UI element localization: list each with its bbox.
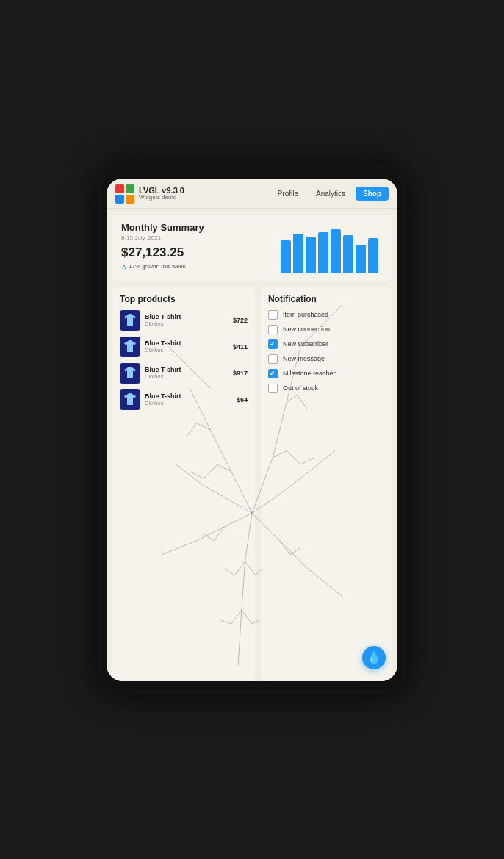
nav-analytics[interactable]: Analytics (309, 187, 353, 201)
chart-bar (293, 234, 303, 273)
product-name: Blue T-shirt (145, 366, 228, 373)
products-title: Top products (120, 294, 248, 304)
notifications-list: Item purchased New connection New subscr… (268, 310, 384, 393)
product-price: $64 (237, 396, 248, 403)
summary-date: 8-15 July, 2021 (121, 234, 276, 241)
product-category: Clothes (145, 373, 228, 380)
product-name: Blue T-shirt (145, 339, 228, 347)
list-item[interactable]: Blue T-shirt Clothes $411 (120, 337, 248, 357)
list-item[interactable]: Blue T-shirt Clothes $917 (120, 363, 248, 384)
product-price: $411 (233, 343, 248, 351)
product-thumbnail (120, 337, 140, 357)
fab-button[interactable]: 💧 (362, 646, 386, 669)
list-item[interactable]: New subscriber (268, 339, 384, 349)
nav-bar: LVGL v9.3.0 Widgets demo Profile Analyti… (107, 179, 397, 209)
product-info: Blue T-shirt Clothes (145, 313, 228, 327)
list-item[interactable]: Blue T-shirt Clothes $64 (120, 389, 248, 410)
summary-section: Monthly Summary 8-15 July, 2021 $27,123.… (112, 215, 392, 281)
notification-checkbox[interactable] (268, 339, 278, 349)
chart-bar (306, 237, 316, 273)
notification-checkbox[interactable] (268, 369, 278, 378)
screen: LVGL v9.3.0 Widgets demo Profile Analyti… (107, 179, 397, 681)
device-frame: LVGL v9.3.0 Widgets demo Profile Analyti… (98, 165, 406, 694)
list-item[interactable]: Blue T-shirt Clothes $722 (120, 310, 248, 331)
growth-text: 17% growth this week (129, 263, 186, 270)
notification-label: New subscriber (283, 340, 328, 348)
product-category: Clothes (145, 320, 228, 327)
summary-left: Monthly Summary 8-15 July, 2021 $27,123.… (121, 222, 276, 270)
product-category: Clothes (145, 347, 228, 353)
products-card: Top products Blue T-shirt Clothes $722 (112, 287, 255, 681)
logo-icon (115, 184, 134, 204)
nav-shop[interactable]: Shop (356, 187, 389, 201)
chart-area (276, 222, 383, 273)
products-list: Blue T-shirt Clothes $722 Blue T-shirt C… (120, 310, 248, 410)
notification-label: New connection (283, 326, 330, 333)
app-subtitle: Widgets demo (139, 195, 184, 201)
product-info: Blue T-shirt Clothes (145, 392, 232, 406)
notification-checkbox[interactable] (268, 354, 278, 364)
notification-label: New message (283, 355, 325, 362)
summary-title: Monthly Summary (121, 222, 276, 233)
list-item[interactable]: Item purchased (268, 310, 384, 320)
list-item[interactable]: New message (268, 354, 384, 364)
chart-bar (281, 240, 291, 273)
notification-checkbox[interactable] (268, 384, 278, 393)
notification-label: Milestone reached (283, 370, 337, 377)
logo-text-block: LVGL v9.3.0 Widgets demo (139, 186, 184, 201)
logo-area: LVGL v9.3.0 Widgets demo (115, 184, 270, 204)
chart-bar (331, 229, 341, 273)
list-item[interactable]: Out of stock (268, 384, 384, 393)
summary-amount: $27,123.25 (121, 245, 276, 260)
chart-bar (343, 235, 353, 273)
fab-icon: 💧 (367, 652, 381, 664)
product-thumbnail (120, 389, 140, 410)
product-thumbnail (120, 363, 140, 384)
product-price: $722 (233, 317, 248, 324)
list-item[interactable]: New connection (268, 325, 384, 334)
notification-label: Item purchased (283, 311, 328, 318)
chart-bar (356, 245, 366, 273)
cards-row: Top products Blue T-shirt Clothes $722 (112, 287, 392, 681)
product-price: $917 (233, 370, 248, 377)
product-info: Blue T-shirt Clothes (145, 366, 228, 380)
growth-arrow-icon: ∧ (121, 262, 126, 270)
notification-label: Out of stock (283, 384, 318, 392)
chart-bar (318, 232, 328, 273)
notification-card: Notification Item purchased New connecti… (261, 287, 392, 681)
product-thumbnail (120, 310, 140, 331)
notification-checkbox[interactable] (268, 310, 278, 320)
summary-growth: ∧ 17% growth this week (121, 262, 276, 270)
product-name: Blue T-shirt (145, 392, 232, 400)
product-name: Blue T-shirt (145, 313, 228, 320)
product-info: Blue T-shirt Clothes (145, 339, 228, 353)
list-item[interactable]: Milestone reached (268, 369, 384, 378)
nav-links: Profile Analytics Shop (270, 187, 389, 201)
notification-title: Notification (268, 294, 384, 304)
chart-bar (368, 238, 378, 273)
nav-profile[interactable]: Profile (270, 187, 306, 201)
product-category: Clothes (145, 400, 232, 406)
notification-checkbox[interactable] (268, 325, 278, 334)
screen-content: LVGL v9.3.0 Widgets demo Profile Analyti… (107, 179, 397, 681)
